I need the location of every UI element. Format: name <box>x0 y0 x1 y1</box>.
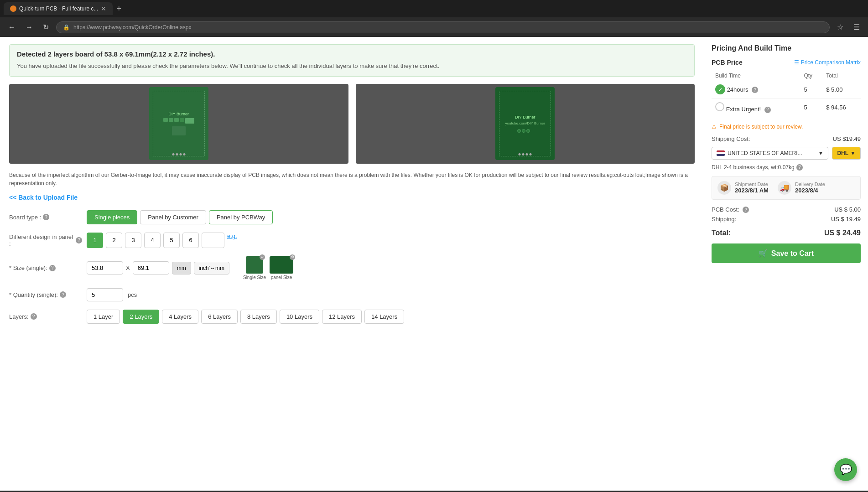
urgent-radio-icon[interactable] <box>715 102 724 111</box>
layers-row: Layers: ? 1 Layer 2 Layers 4 Layers 6 La… <box>9 310 695 324</box>
different-design-help-icon[interactable]: ? <box>76 237 82 243</box>
pcb-images-row: DIY Burner <box>9 84 695 164</box>
content-area: Detected 2 layers board of 53.8 x 69.1mm… <box>0 37 704 491</box>
layer-btn-1[interactable]: 1 Layer <box>87 310 120 324</box>
browser-chrome: ← → ↻ 🔒 https://www.pcbway.com/QuickOrde… <box>0 17 868 37</box>
pcb-back-image: DIY Burner youtube.com/DIY Burner <box>356 84 695 164</box>
layer-btn-4[interactable]: 4 Layers <box>162 310 198 324</box>
size-height-input[interactable] <box>133 261 169 274</box>
save-cart-label: Save to Cart <box>771 249 814 258</box>
cost-breakdown: PCB Cost: ? US $ 5.00 Shipping: US $ 19.… <box>712 206 861 223</box>
board-type-options: Single pieces Panel by Customer Panel by… <box>87 210 273 224</box>
carrier-chevron-icon: ▼ <box>850 150 856 156</box>
layers-help-icon[interactable]: ? <box>31 313 37 320</box>
urgent-help-icon[interactable]: ? <box>764 107 771 113</box>
country-chevron-icon: ▼ <box>818 150 824 156</box>
price-note-text: Final price is subject to our review. <box>719 124 803 130</box>
save-to-cart-button[interactable]: 🛒 Save to Cart <box>712 243 861 263</box>
address-bar[interactable]: 🔒 https://www.pcbway.com/QuickOrderOnlin… <box>56 21 830 33</box>
pcb-cost-line: PCB Cost: ? US $ 5.00 <box>712 206 861 213</box>
back-to-upload-link[interactable]: << Back to Upload File <box>9 194 78 201</box>
image-note: Because of the imperfect algorithm of ou… <box>9 171 695 187</box>
delivery-date-item: 🚚 Delivery Date 2023/8/4 <box>778 181 825 195</box>
design-count-1[interactable]: 1 <box>87 233 103 248</box>
24h-help-icon[interactable]: ? <box>752 87 758 93</box>
tab-bar: Quick-turn PCB - Full feature c... ✕ + <box>0 0 868 17</box>
layer-btn-2[interactable]: 2 Layers <box>123 310 159 324</box>
main-layout: Detected 2 layers board of 53.8 x 69.1mm… <box>0 37 868 491</box>
shipping-value: US $19.49 <box>833 135 861 142</box>
board-type-panel-customer[interactable]: Panel by Customer <box>140 210 206 224</box>
new-tab-button[interactable]: + <box>113 4 125 14</box>
layer-btn-8[interactable]: 8 Layers <box>240 310 277 324</box>
shipping-cost-line-label: Shipping: <box>712 216 736 223</box>
shipment-date-info: Shipment Date 2023/8/1 AM <box>735 181 769 194</box>
tab-favicon <box>10 5 16 12</box>
urgent-selector: Extra Urgent! ? <box>712 98 800 117</box>
dhl-info-text: DHL 2-4 business days, wt:0.07kg <box>712 164 795 171</box>
pcb-cost-help-icon[interactable]: ? <box>743 207 749 213</box>
24h-check-icon: ✓ <box>715 84 725 94</box>
unit-mm-button[interactable]: mm <box>172 262 191 274</box>
menu-button[interactable]: ☰ <box>851 21 863 33</box>
pricing-title: Pricing And Build Time <box>712 44 861 52</box>
delivery-date-value: 2023/8/4 <box>795 187 825 194</box>
us-flag-icon <box>717 150 725 156</box>
back-button[interactable]: ← <box>5 21 18 33</box>
layer-btn-14[interactable]: 14 Layers <box>364 310 404 324</box>
layers-options: 1 Layer 2 Layers 4 Layers 6 Layers 8 Lay… <box>87 310 404 324</box>
design-count-4[interactable]: 4 <box>144 233 161 248</box>
size-help-icon[interactable]: ? <box>49 265 56 271</box>
layer-btn-12[interactable]: 12 Layers <box>322 310 362 324</box>
total-value: US $ 24.49 <box>824 229 861 237</box>
carrier-select[interactable]: DHL ▼ <box>832 147 861 160</box>
urgent-qty: 5 <box>800 98 822 117</box>
tab-title: Quick-turn PCB - Full feature c... <box>19 5 98 12</box>
quantity-input[interactable] <box>87 288 123 301</box>
total-header: Total <box>822 71 861 81</box>
shipping-cost-line-value: US $ 19.49 <box>831 216 861 223</box>
24h-label: 24hours <box>727 86 748 93</box>
lock-icon: 🔒 <box>63 24 70 31</box>
layer-btn-10[interactable]: 10 Layers <box>280 310 319 324</box>
forward-button[interactable]: → <box>23 21 36 33</box>
pcb-price-header: PCB Price ☰ Price Comparison Matrix <box>712 59 861 66</box>
layer-btn-6[interactable]: 6 Layers <box>201 310 238 324</box>
urgent-total: $ 94.56 <box>822 98 861 117</box>
design-count-custom[interactable] <box>202 233 224 248</box>
board-type-panel-pcbway[interactable]: Panel by PCBWay <box>209 210 273 224</box>
dhl-help-icon[interactable]: ? <box>796 164 803 171</box>
active-tab[interactable]: Quick-turn PCB - Full feature c... ✕ <box>4 2 113 15</box>
pcb-cost-value: US $ 5.00 <box>834 206 861 213</box>
chat-button[interactable]: 💬 <box>834 458 857 481</box>
single-size-label: Single Size <box>243 275 266 280</box>
quantity-row: * Quantity (single): ? pcs <box>9 288 695 301</box>
price-matrix-button[interactable]: ☰ Price Comparison Matrix <box>794 59 861 66</box>
unit-convert-button[interactable]: inch'↔mm <box>194 262 229 274</box>
quantity-help-icon[interactable]: ? <box>60 291 66 298</box>
design-count-2[interactable]: 2 <box>106 233 122 248</box>
design-count-5[interactable]: 5 <box>163 233 180 248</box>
shipping-cost-line: Shipping: US $ 19.49 <box>712 216 861 223</box>
price-row-urgent: Extra Urgent! ? 5 $ 94.56 <box>712 98 861 117</box>
board-type-help-icon[interactable]: ? <box>43 214 49 220</box>
size-row: * Size (single): ? X mm inch'↔mm ⚙ <box>9 256 695 280</box>
carrier-name: DHL <box>837 150 848 156</box>
tab-close-button[interactable]: ✕ <box>101 5 106 12</box>
delivery-icon: 🚚 <box>778 181 791 195</box>
design-count-6[interactable]: 6 <box>182 233 199 248</box>
size-width-input[interactable] <box>87 261 123 274</box>
delivery-date-info: Delivery Date 2023/8/4 <box>795 181 825 194</box>
different-design-row: Different design in panel : ? 1 2 3 4 5 … <box>9 233 695 248</box>
pricing-table: Build Time Qty Total ✓ 24hours ? 5 $ 5.0… <box>712 71 861 117</box>
reload-button[interactable]: ↻ <box>40 21 52 33</box>
country-select[interactable]: UNITED STATES OF AMERI... ▼ <box>712 147 828 160</box>
price-note: ⚠ Final price is subject to our review. <box>712 124 861 130</box>
bookmark-button[interactable]: ☆ <box>834 21 846 33</box>
design-count-3[interactable]: 3 <box>125 233 141 248</box>
eg-link[interactable]: e.g. <box>227 233 237 248</box>
board-type-single-pieces[interactable]: Single pieces <box>87 210 137 224</box>
single-size-item: ⚙ Single Size <box>243 256 266 280</box>
different-design-options: 1 2 3 4 5 6 e.g. <box>87 233 237 248</box>
panel-size-item: ⚙ panel Size <box>270 256 293 280</box>
